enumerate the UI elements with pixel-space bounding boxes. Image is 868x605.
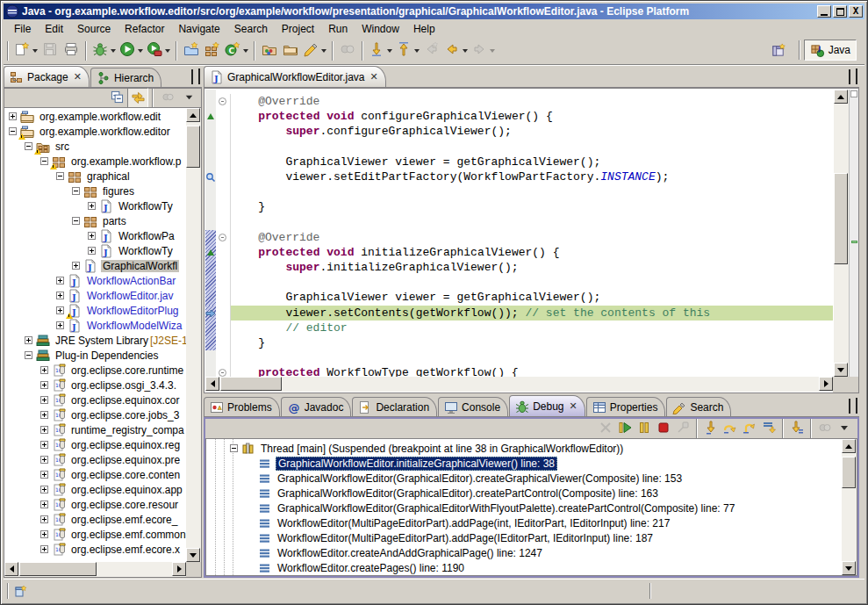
scroll-up-icon[interactable] — [842, 439, 856, 453]
menu-navigate[interactable]: Navigate — [171, 21, 226, 37]
expand-icon[interactable] — [40, 471, 48, 479]
run-button[interactable] — [118, 40, 145, 61]
tree-hscrollbar[interactable] — [4, 562, 186, 577]
editor-tab-graphicalworkfloweditor-java[interactable]: JGraphicalWorkflowEditor.java✕ — [204, 66, 386, 87]
step-into-button[interactable] — [701, 420, 721, 437]
view-tab-hierarch[interactable]: Hierarch — [90, 68, 161, 87]
remove-terminated-button[interactable] — [596, 420, 615, 437]
collapse-icon[interactable] — [9, 127, 17, 135]
new-java-project-button[interactable] — [181, 40, 202, 61]
minimize-button[interactable] — [817, 5, 831, 18]
expand-icon[interactable] — [56, 306, 64, 314]
view-menu-chevron-button[interactable] — [178, 88, 199, 109]
expand-icon[interactable] — [9, 112, 17, 120]
expand-icon[interactable] — [40, 456, 48, 464]
code-line[interactable]: protected void initializeGraphicalViewer… — [205, 245, 833, 260]
view-tab-debug[interactable]: Debug✕ — [509, 395, 585, 416]
expand-icon[interactable] — [40, 366, 48, 374]
scroll-thumb[interactable] — [842, 457, 856, 488]
editor-hscrollbar[interactable] — [205, 377, 833, 392]
code-line[interactable]: GraphicalViewer viewer = getGraphicalVie… — [205, 290, 833, 305]
java-search-button[interactable] — [301, 40, 328, 61]
expand-icon[interactable] — [88, 232, 96, 240]
view-tab-console[interactable]: Console — [438, 397, 508, 416]
menu-project[interactable]: Project — [275, 21, 321, 37]
overview-current-line-mark[interactable] — [851, 241, 857, 243]
code-line[interactable]: // editor — [205, 321, 833, 335]
filters-button[interactable] — [157, 88, 178, 109]
code-line[interactable]: GraphicalViewer viewer = getGraphicalVie… — [205, 155, 833, 169]
tree-item[interactable]: JWorkflowActionBar — [5, 273, 186, 288]
view-tab-properties[interactable]: Properties — [586, 397, 666, 416]
expand-icon[interactable] — [40, 381, 48, 389]
dropdown-arrow-icon[interactable] — [32, 49, 38, 53]
print-button[interactable] — [61, 40, 82, 61]
code-line[interactable]: viewer.setContents(getWorkflow()); // se… — [205, 306, 833, 321]
view-tab-problems[interactable]: Problems — [204, 397, 280, 416]
minimize-view-icon[interactable] — [849, 400, 850, 413]
scroll-up-icon[interactable] — [834, 90, 848, 104]
close-tab-icon[interactable]: ✕ — [74, 71, 82, 83]
scroll-left-icon[interactable] — [205, 377, 219, 391]
expand-icon[interactable] — [56, 277, 64, 284]
code-line[interactable]: } — [205, 199, 833, 214]
fast-view-button[interactable] — [12, 583, 30, 599]
tree-item[interactable]: JWorkflowModelWiza — [5, 318, 186, 333]
stack-frame-row[interactable]: GraphicalWorkflowEditor(GraphicalEditorW… — [207, 501, 842, 515]
menu-search[interactable]: Search — [227, 21, 275, 37]
close-button[interactable]: X — [849, 5, 863, 18]
code-line[interactable]: protected WorkflowType getWorkflow() { — [205, 365, 833, 377]
view-menu-chevron-button[interactable] — [835, 420, 854, 437]
tree-item[interactable]: JWorkflowPa — [5, 228, 186, 243]
dropdown-arrow-icon[interactable] — [111, 49, 116, 53]
collapse-icon[interactable] — [56, 172, 64, 180]
tree-item[interactable]: 10org.eclipse.equinox.cor — [5, 393, 186, 407]
expand-icon[interactable] — [56, 292, 64, 299]
folding-ruler-cell[interactable] — [216, 365, 231, 377]
tree-item[interactable]: 10runtime_registry_compa — [5, 422, 186, 437]
open-type-button[interactable] — [259, 40, 280, 61]
tree-item[interactable]: src — [5, 139, 186, 154]
resume-button[interactable] — [615, 420, 635, 437]
tree-item[interactable]: org.example.workflow.edit — [5, 109, 186, 124]
close-tab-icon[interactable]: ✕ — [570, 400, 577, 412]
tree-item[interactable]: JGraphicalWorkfl — [5, 258, 186, 273]
menu-source[interactable]: Source — [70, 21, 118, 37]
code-line[interactable]: super.configureGraphicalViewer(); — [205, 124, 833, 139]
view-tab-search[interactable]: Search — [666, 397, 731, 416]
scroll-down-icon[interactable] — [834, 363, 848, 377]
perspective-java-button[interactable]: J Java — [804, 40, 857, 61]
code-line[interactable]: protected void configureGraphicalViewer(… — [205, 109, 833, 124]
overview-ruler[interactable] — [849, 90, 858, 377]
expand-icon[interactable] — [40, 486, 48, 493]
external-tools-button[interactable] — [145, 40, 172, 61]
dropdown-arrow-icon[interactable] — [243, 49, 248, 53]
tree-item[interactable]: JWorkflowEditor.jav — [5, 288, 186, 303]
code-line[interactable] — [205, 184, 833, 199]
last-edit-location-button[interactable] — [421, 40, 442, 61]
maximize-button[interactable] — [833, 5, 847, 18]
code-line[interactable]: @Override — [205, 230, 833, 245]
step-over-button[interactable] — [721, 420, 740, 437]
collapse-icon[interactable] — [40, 157, 48, 165]
stack-frame-row[interactable]: GraphicalWorkflowEditor(GraphicalEditor)… — [207, 471, 842, 486]
collapse-icon[interactable] — [25, 351, 32, 359]
scroll-right-icon[interactable] — [819, 377, 833, 391]
tree-item[interactable]: JRE System Library [J2SE-1 — [5, 333, 186, 348]
minimize-view-icon[interactable] — [849, 71, 850, 83]
new-class-button[interactable]: C — [223, 40, 250, 61]
disconnect-button[interactable] — [673, 420, 692, 437]
expand-icon[interactable] — [56, 321, 64, 329]
stack-frame-row[interactable]: WorkflowEditor.createAndAddGraphicalPage… — [207, 545, 842, 560]
code-line[interactable]: super.initializeGraphicalViewer(); — [205, 260, 833, 275]
tree-item[interactable]: 10org.eclipse.emf.ecore_ — [5, 512, 186, 527]
scroll-down-icon[interactable] — [186, 548, 200, 562]
code-editor[interactable]: @Override protected void configureGraphi… — [204, 88, 859, 393]
next-annotation-button[interactable] — [367, 40, 394, 61]
expand-icon[interactable] — [40, 530, 48, 538]
expand-icon[interactable] — [40, 515, 48, 523]
scroll-right-icon[interactable] — [172, 562, 186, 576]
dropdown-arrow-icon[interactable] — [165, 49, 170, 53]
expand-icon[interactable] — [25, 336, 32, 344]
scroll-left-icon[interactable] — [4, 562, 18, 576]
